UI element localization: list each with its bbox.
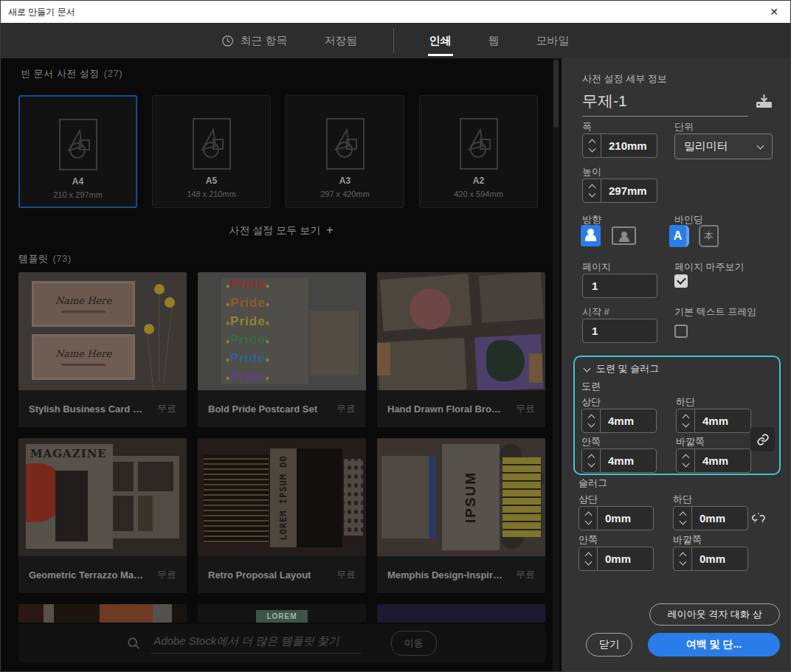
template-card-terrazzo-magazine[interactable]: MAGAZINE Geometric Terrazzo Magazine La.… (18, 438, 187, 593)
window-title: 새로 만들기 문서 (1, 6, 75, 18)
bleed-top-value[interactable]: 4mm (601, 409, 656, 432)
template-thumbnail: IPSUM (377, 438, 545, 556)
tab-print[interactable]: 인쇄 (428, 23, 453, 58)
bleed-bottom-value[interactable]: 4mm (695, 409, 750, 432)
preset-name: A3 (339, 176, 350, 186)
document-shapes-icon (325, 117, 366, 171)
preset-card-a3[interactable]: A3 297 x 420mm (286, 95, 404, 208)
facing-pages-label: 페이지 마주보기 (674, 260, 745, 274)
slug-outside-stepper: 0mm (673, 547, 748, 571)
layout-grid-dialog-button[interactable]: 레이아웃 격자 대화 상 (649, 603, 780, 626)
preset-name: A5 (206, 176, 217, 186)
template-label: Memphis Design-Inspired Magaz... 무료 (377, 556, 545, 593)
preset-size: 148 x 210mm (187, 190, 236, 198)
slug-bottom-value[interactable]: 0mm (692, 507, 747, 530)
template-card-pride-postcards[interactable]: ♦Pride♦ ♦Pride♦ ♦Pride♦ ♦Pride♦ ♦Pride♦ … (198, 272, 366, 427)
slug-top-stepper: 0mm (578, 506, 654, 530)
broken-link-icon (751, 510, 766, 525)
tab-web[interactable]: 웹 (487, 23, 501, 58)
bleed-slug-section: 도련 및 슬러그 도련 상단 4mm 하단 4mm 안쪽 4mm 바깥쪽 4mm (573, 356, 781, 475)
bleed-link-button[interactable] (750, 427, 775, 451)
binding-left-icon[interactable]: A (669, 225, 689, 247)
pages-input[interactable]: 1 (582, 274, 657, 298)
slug-top-value[interactable]: 0mm (598, 507, 653, 530)
search-icon (127, 637, 140, 650)
template-thumbnail: Name Here Name Here (18, 272, 187, 390)
template-grid: Name Here Name Here Stylish Busines (18, 272, 545, 623)
unit-label: 단위 (674, 120, 694, 134)
orientation-landscape-icon[interactable] (612, 226, 636, 245)
chevron-down-icon (679, 558, 686, 566)
template-thumbnail (377, 272, 545, 390)
bleed-bottom-label: 하단 (676, 395, 695, 409)
new-document-dialog: 새로 만들기 문서 ✕ 최근 항목 저장됨 인쇄 웹 모바일 빈 문서 사전 설… (0, 0, 791, 672)
search-input[interactable]: Adobe Stock에서 더 많은 템플릿 찾기 (151, 633, 362, 654)
view-all-presets-button[interactable]: 사전 설정 모두 보기+ (1, 224, 562, 238)
content-left: 빈 문서 사전 설정(27) A4 210 x 297mm A5 148 x 2… (1, 58, 562, 672)
save-preset-icon[interactable] (756, 94, 773, 108)
tab-saved[interactable]: 저장됨 (323, 23, 359, 58)
templates-count: (73) (53, 253, 72, 264)
orientation-portrait-icon[interactable] (581, 225, 601, 246)
bleed-outside-label: 바깥쪽 (676, 435, 705, 448)
binding-right-icon[interactable]: 本 (699, 225, 719, 247)
height-value[interactable]: 297mm (601, 179, 657, 202)
scrollbar-thumb[interactable] (553, 60, 559, 128)
height-spin-buttons[interactable] (583, 179, 601, 202)
template-card-partial-1[interactable] (18, 604, 187, 623)
primary-text-frame-checkbox[interactable] (674, 325, 688, 338)
chevron-down-icon (682, 460, 689, 468)
slug-outside-label: 바깥쪽 (673, 533, 702, 547)
template-card-floral-brochure[interactable]: Hand Drawn Floral Brochure Lay... 무료 (377, 272, 545, 427)
width-stepper: 210mm (582, 134, 657, 158)
presets-header: 빈 문서 사전 설정(27) (21, 67, 122, 80)
bleed-slug-header[interactable]: 도련 및 슬러그 (584, 362, 659, 375)
height-label: 높이 (582, 165, 601, 179)
template-card-partial-3[interactable] (377, 604, 545, 623)
close-button[interactable]: 닫기 (586, 633, 632, 657)
slug-unlink-button[interactable] (749, 508, 768, 527)
document-shapes-icon (458, 117, 500, 171)
template-name: Bold Pride Postcard Set (208, 403, 317, 415)
template-label: Bold Pride Postcard Set 무료 (198, 390, 366, 427)
unit-dropdown[interactable]: 밀리미터 (674, 134, 773, 159)
preset-name: A4 (72, 176, 83, 187)
go-button[interactable]: 이동 (391, 631, 437, 656)
link-icon (756, 433, 770, 446)
template-card-business-cards[interactable]: Name Here Name Here Stylish Busines (18, 272, 187, 427)
document-name-input[interactable]: 무제-1 (582, 91, 748, 117)
chevron-down-icon (584, 558, 592, 566)
tab-mobile[interactable]: 모바일 (535, 23, 571, 58)
slug-outside-value[interactable]: 0mm (692, 547, 747, 570)
binding-options: A 本 (669, 225, 719, 247)
template-card-partial-2[interactable]: LOREM (198, 604, 366, 623)
close-icon[interactable]: ✕ (758, 6, 790, 18)
preset-size: 420 x 594mm (454, 190, 503, 198)
templates-scrollbar[interactable] (553, 58, 559, 672)
template-price: 무료 (516, 568, 535, 581)
facing-pages-checkbox[interactable] (674, 274, 688, 288)
slug-inside-value[interactable]: 0mm (598, 547, 653, 570)
start-number-input[interactable]: 1 (582, 319, 657, 343)
clock-icon (221, 35, 234, 47)
template-name: Geometric Terrazzo Magazine La... (29, 569, 147, 581)
bleed-outside-value[interactable]: 4mm (695, 449, 750, 472)
width-spin-buttons[interactable] (583, 134, 601, 157)
width-value[interactable]: 210mm (601, 134, 657, 157)
preset-card-a5[interactable]: A5 148 x 210mm (152, 95, 271, 208)
template-card-retro-proposal[interactable]: LOREM IPSUM DO Retro Proposal Layout 무료 (198, 438, 366, 593)
preset-card-a4[interactable]: A4 210 x 297mm (18, 95, 137, 208)
margins-columns-button[interactable]: 여백 및 단... (648, 633, 780, 657)
tab-bar: 최근 항목 저장됨 인쇄 웹 모바일 (1, 23, 790, 58)
tab-recent[interactable]: 최근 항목 (220, 23, 289, 58)
template-name: Retro Proposal Layout (208, 569, 311, 581)
chevron-down-icon (679, 518, 686, 525)
template-card-memphis-magazine[interactable]: IPSUM Memphis Design-Inspired Magaz... 무… (377, 438, 545, 593)
document-shapes-icon (58, 117, 99, 172)
preset-size: 297 x 420mm (320, 190, 370, 198)
preset-card-a2[interactable]: A2 420 x 594mm (419, 95, 538, 208)
primary-text-frame-label: 기본 텍스트 프레임 (674, 305, 756, 319)
bleed-inside-value[interactable]: 4mm (601, 449, 656, 472)
slug-group-label: 슬러그 (578, 477, 607, 490)
template-price: 무료 (157, 402, 176, 415)
